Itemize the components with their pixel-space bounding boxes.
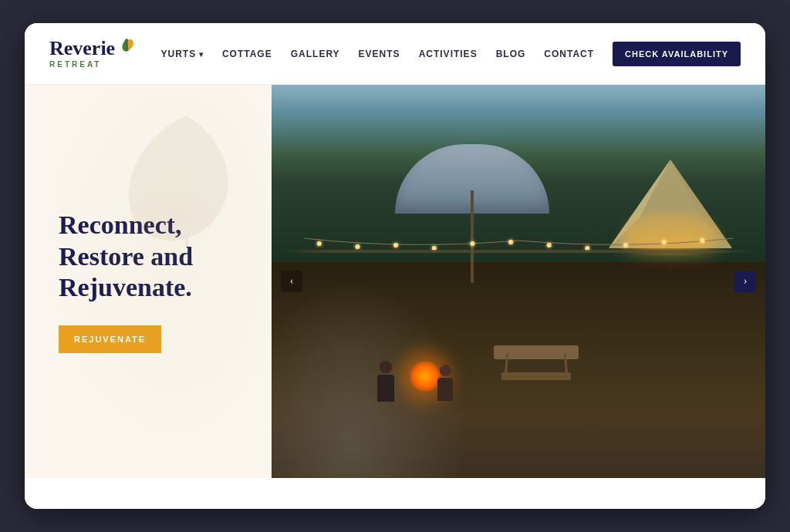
watermark-leaf-icon <box>117 108 256 262</box>
chevron-right-icon: › <box>744 275 748 288</box>
svg-point-10 <box>547 243 552 247</box>
svg-point-4 <box>317 241 322 246</box>
scene-person-1 <box>375 361 397 407</box>
scene-person-2 <box>434 365 456 407</box>
nav-activities[interactable]: ACTIVITIES <box>419 49 478 59</box>
svg-point-6 <box>393 243 398 247</box>
chevron-left-icon: ‹ <box>290 275 294 288</box>
logo-name: Reverie <box>49 39 115 59</box>
svg-point-9 <box>508 240 513 244</box>
scene-fence <box>282 250 755 253</box>
svg-point-12 <box>623 243 628 247</box>
svg-point-8 <box>470 241 474 246</box>
hero-background: ‹ › <box>272 85 765 478</box>
svg-point-5 <box>355 244 360 249</box>
logo[interactable]: Reverie RETREAT <box>49 39 135 69</box>
slider-prev-button[interactable]: ‹ <box>281 271 302 292</box>
string-lights-svg <box>296 234 741 258</box>
nav-blog[interactable]: BLOG <box>496 49 526 59</box>
svg-point-14 <box>700 238 704 243</box>
bottom-bar <box>25 478 765 509</box>
person1-body <box>377 375 394 402</box>
nav-yurts[interactable]: YURTS <box>160 49 203 59</box>
slider-next-button[interactable]: › <box>734 271 756 292</box>
person2-body <box>437 378 453 401</box>
nav-contact[interactable]: CONTACT <box>544 49 594 59</box>
person2-head <box>440 365 451 376</box>
browser-frame: Reverie RETREAT YURTS COTTAGE GALLERY EV… <box>25 23 765 509</box>
nav-gallery[interactable]: GALLERY <box>291 49 340 59</box>
check-availability-button[interactable]: CHECK AVAILABILITY <box>613 42 741 66</box>
svg-point-13 <box>662 240 667 244</box>
hero-left-panel: Reconnect, Restore and Rejuvenate. REJUV… <box>25 85 272 478</box>
string-lights <box>296 234 741 250</box>
person1-head <box>380 361 392 373</box>
hero-heading-line3: Rejuvenate. <box>59 273 192 301</box>
logo-leaf-icon <box>118 37 135 54</box>
site-header: Reverie RETREAT YURTS COTTAGE GALLERY EV… <box>25 23 765 85</box>
rejuvenate-button[interactable]: REJUVENATE <box>59 325 161 353</box>
table-bench-left <box>501 372 571 380</box>
main-nav: YURTS COTTAGE GALLERY EVENTS ACTIVITIES … <box>160 42 741 66</box>
hero-image-panel: ‹ › <box>272 85 765 478</box>
main-content: Reconnect, Restore and Rejuvenate. REJUV… <box>25 85 765 478</box>
logo-subtitle: RETREAT <box>49 60 135 69</box>
scene-picnic-table <box>494 345 579 380</box>
nav-events[interactable]: EVENTS <box>359 49 400 59</box>
nav-cottage[interactable]: COTTAGE <box>222 49 272 59</box>
